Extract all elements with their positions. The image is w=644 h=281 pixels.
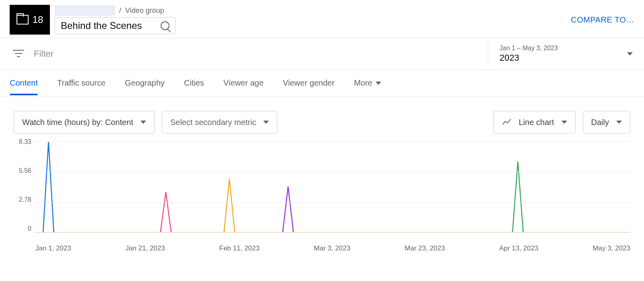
page-title: Behind the Scenes [61, 20, 156, 31]
tab-cities[interactable]: Cities [184, 71, 204, 95]
primary-metric-label: Watch time (hours) by: Content [22, 118, 133, 127]
breadcrumb-group[interactable]: Video group [125, 6, 164, 15]
line-chart-icon [502, 117, 512, 127]
date-preset-text: 2023 [500, 53, 558, 63]
chart-type-select[interactable]: Line chart [493, 111, 576, 133]
breadcrumb-sep: / [119, 6, 121, 15]
date-range-picker[interactable]: Jan 1 – May 3, 2023 2023 [488, 38, 644, 70]
tab-more[interactable]: More [354, 71, 381, 95]
secondary-metric-select[interactable]: Select secondary metric [162, 111, 277, 133]
primary-metric-select[interactable]: Watch time (hours) by: Content [14, 111, 155, 133]
chevron-down-icon [376, 82, 381, 85]
filter-icon[interactable] [13, 50, 24, 58]
tab-traffic-source[interactable]: Traffic source [57, 71, 105, 95]
folder-icon [17, 15, 29, 25]
chart-series [43, 142, 54, 232]
secondary-metric-label: Select secondary metric [170, 118, 256, 127]
tab-content[interactable]: Content [10, 71, 38, 95]
tab-more-label: More [354, 78, 372, 88]
tabs-row: ContentTraffic sourceGeographyCitiesView… [0, 70, 644, 96]
chart-series [283, 187, 293, 232]
chevron-down-icon [616, 121, 622, 124]
breadcrumb: / Video group [55, 5, 175, 16]
chart-area[interactable]: 8.335.562.780 [34, 138, 630, 243]
chart-series [161, 192, 171, 232]
chevron-down-icon [140, 121, 146, 124]
x-axis-labels: Jan 1, 2023Jan 21, 2023Feb 11, 2023Mar 3… [34, 244, 630, 252]
tab-viewer-age[interactable]: Viewer age [223, 71, 264, 95]
y-axis-labels: 8.335.562.780 [11, 138, 31, 232]
chart-type-label: Line chart [519, 118, 554, 127]
filter-input[interactable]: Filter [34, 49, 54, 59]
search-icon [161, 21, 169, 30]
folder-badge[interactable]: 18 [10, 5, 50, 35]
plot [34, 142, 630, 232]
tab-viewer-gender[interactable]: Viewer gender [283, 71, 335, 95]
tab-geography[interactable]: Geography [125, 71, 165, 95]
chart-series [224, 179, 235, 232]
breadcrumb-channel-blank[interactable] [55, 5, 115, 16]
granularity-select[interactable]: Daily [583, 111, 630, 133]
date-range-text: Jan 1 – May 3, 2023 [500, 45, 558, 52]
chevron-down-icon [263, 121, 269, 124]
chevron-down-icon [627, 52, 633, 55]
compare-to-button[interactable]: COMPARE TO… [571, 15, 634, 25]
granularity-label: Daily [591, 118, 609, 127]
folder-count: 18 [33, 14, 43, 25]
title-search-box[interactable]: Behind the Scenes [55, 17, 175, 34]
chevron-down-icon [561, 121, 567, 124]
